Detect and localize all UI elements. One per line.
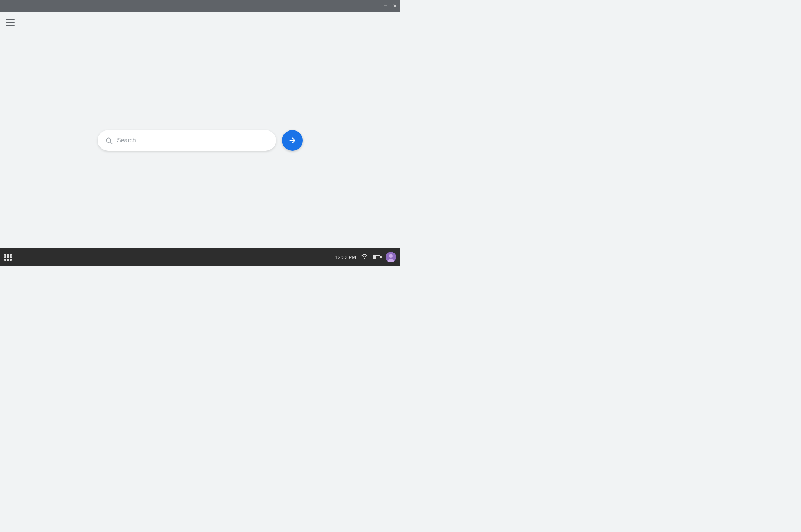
- svg-line-1: [110, 142, 112, 144]
- search-box: [98, 130, 276, 151]
- center-content: [0, 33, 400, 248]
- taskbar-right: 12:32 PM: [335, 252, 396, 262]
- nav-bar: [0, 12, 400, 33]
- hamburger-line-2: [6, 22, 15, 23]
- close-button[interactable]: ✕: [392, 3, 398, 9]
- battery-icon: [373, 255, 380, 259]
- wifi-icon: [361, 254, 368, 260]
- battery-fill: [374, 256, 376, 259]
- restore-button[interactable]: ▭: [383, 3, 388, 9]
- search-input[interactable]: [117, 137, 269, 144]
- hamburger-line-1: [6, 19, 15, 20]
- search-container: [98, 130, 303, 151]
- search-icon: [105, 137, 113, 144]
- clock: 12:32 PM: [335, 254, 356, 260]
- svg-point-4: [389, 254, 393, 258]
- avatar[interactable]: [386, 252, 396, 262]
- minimize-button[interactable]: −: [373, 3, 378, 9]
- taskbar: 12:32 PM: [0, 248, 400, 266]
- search-submit-button[interactable]: [282, 130, 303, 151]
- title-bar: − ▭ ✕: [0, 0, 400, 12]
- taskbar-left: [4, 254, 12, 261]
- window-controls: − ▭ ✕: [373, 3, 398, 9]
- app-area: [0, 12, 400, 248]
- apps-grid-button[interactable]: [4, 254, 12, 261]
- hamburger-menu-button[interactable]: [6, 19, 15, 26]
- hamburger-line-3: [6, 25, 15, 26]
